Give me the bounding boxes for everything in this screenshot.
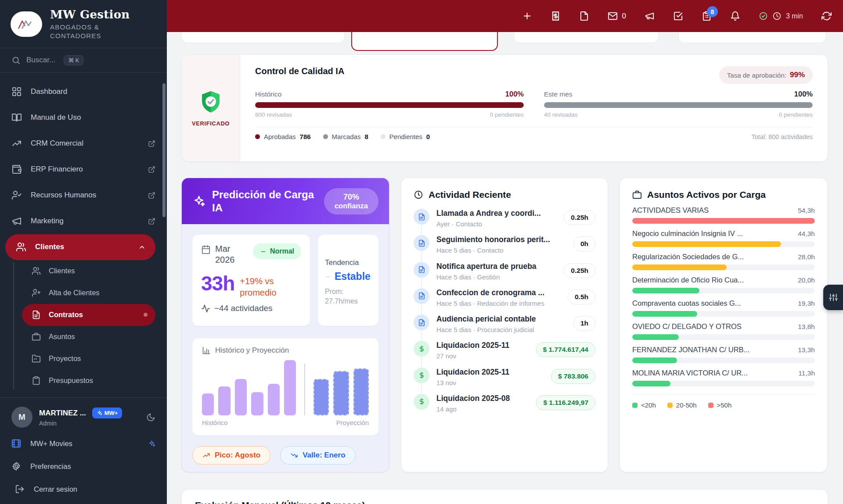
partial-card[interactable] (678, 32, 826, 43)
sidebar-subitem-clientes[interactable]: Clientes (0, 260, 167, 282)
sidebar-subitem-asuntos[interactable]: Asuntos (0, 326, 167, 348)
sidebar-item-erp-financiero[interactable]: ERP Financiero (0, 157, 167, 182)
file-icon (579, 11, 589, 21)
sidebar-item-mw-movies[interactable]: MW+ Movies (0, 432, 167, 455)
file-button[interactable] (579, 11, 589, 21)
matter-row[interactable]: Regularización Sociedades de G...28,0h (632, 253, 815, 270)
document-icon (414, 262, 429, 278)
trending-up-icon (11, 138, 22, 149)
folder-icon (32, 354, 41, 363)
activity-item-meta: Hace 5 dias · Contacto (436, 246, 546, 255)
matter-row[interactable]: Compraventa cuotas sociales G...19,3h (632, 299, 815, 317)
matter-row[interactable]: Determinación de Oficio Rio Cua...20,0h (632, 276, 815, 293)
side-panel-toggle[interactable] (823, 285, 843, 310)
mail-button[interactable]: 0 (608, 11, 626, 21)
activity-item[interactable]: Liquidacion 2025-1113 nov$ 783.806 (414, 368, 595, 387)
legend-dot (632, 403, 638, 408)
sparkles-icon (148, 440, 155, 447)
activity-item[interactable]: Notifica apertura de pruebaHace 5 dias ·… (414, 262, 595, 282)
megaphone-icon (11, 216, 22, 226)
duration-badge: 0h (573, 236, 595, 251)
bell-icon (730, 11, 740, 21)
megaphone-button[interactable] (645, 11, 655, 21)
sidebar-subitem-alta-de-clientes[interactable]: Alta de Clientes (0, 282, 167, 304)
valley-badge: Valle: Enero (280, 446, 355, 465)
sidebar-item-label: ERP Financiero (31, 165, 83, 174)
activity-item[interactable]: Seguimiento honorarios perit...Hace 5 di… (414, 235, 595, 255)
check-square-button[interactable] (673, 11, 683, 21)
matter-row[interactable]: Negocio culminación Insignia IV ...44,3h (632, 229, 815, 247)
activity-item[interactable]: Confeccion de cronograma ...Hace 5 dias … (414, 288, 595, 308)
sidebar-item-marketing[interactable]: Marketing (0, 208, 167, 234)
matter-row[interactable]: ACTIVIDADES VARIAS54,3h (632, 206, 815, 224)
matter-row[interactable]: OVIEDO C/ DELGADO Y OTROS13,8h (632, 322, 815, 340)
topbar: 08 3 min (167, 0, 843, 32)
matter-row[interactable]: FERNANDEZ JONATHAN C/ URB...13,3h (632, 346, 815, 363)
activity-item-meta: Ayer · Contacto (436, 220, 546, 229)
brand-logo (11, 11, 42, 37)
partial-card[interactable] (181, 32, 345, 43)
historical-bar (235, 379, 247, 415)
sidebar-item-cerrar-sesion[interactable]: Cerrar sesion (0, 478, 167, 500)
external-icon (148, 192, 155, 199)
notification-dot (144, 313, 148, 317)
plus-button[interactable] (522, 11, 532, 21)
user-plus-icon (32, 288, 41, 297)
sidebar-item-label: Clientes (35, 243, 64, 251)
legend-item: <20h (632, 401, 656, 409)
quality-legend: Aprobadas 786Marcadas 8Pendientes 0 Tota… (255, 127, 813, 146)
verified-panel: VERIFICADO (182, 55, 240, 161)
quality-columns: Histórico100%800 revisadas0 pendientesEs… (255, 90, 813, 118)
forecast-month: Mar 2026 (215, 243, 235, 265)
dark-mode-toggle[interactable] (146, 413, 155, 422)
users-icon (16, 242, 26, 252)
column-label: Este mes (544, 90, 573, 98)
partial-card-selected[interactable] (351, 32, 498, 51)
sidebar-subitem-proyectos[interactable]: Proyectos (0, 348, 167, 370)
bell-button[interactable] (730, 11, 740, 21)
clipboard-list-button[interactable]: 8 (702, 11, 712, 21)
search-input[interactable]: Buscar... ⌘ K (0, 48, 167, 73)
activity-item[interactable]: Llamada a Andrea y coordi...Ayer · Conta… (414, 209, 595, 229)
activity-item[interactable]: Liquidacion 2025-1127 nov$ 1.774.617,44 (414, 341, 595, 361)
matter-label: ACTIVIDADES VARIAS (632, 206, 792, 214)
mail-icon (608, 11, 618, 21)
sidebar-subitem-label: Contratos (49, 311, 83, 319)
matter-hours: 11,3h (798, 369, 815, 377)
activity-item[interactable]: Liquidacion 2025-0814 ago$ 1.116.249,97 (414, 394, 595, 414)
trend-value: Estable (325, 271, 371, 282)
receipt-button[interactable] (551, 11, 561, 21)
sidebar-subitem-presupuestos[interactable]: Presupuestos (0, 370, 167, 392)
trending-up-icon (202, 451, 210, 459)
matter-label: OVIEDO C/ DELGADO Y OTROS (632, 322, 792, 331)
search-placeholder: Buscar... (26, 56, 55, 64)
user-profile[interactable]: M MARTINEZ ... MW+ Admin (0, 404, 167, 432)
legend-item: 20-50h (667, 401, 697, 409)
matter-row[interactable]: MOLINA MARIA VICTORIA C/ UR...11,3h (632, 369, 815, 386)
sidebar-menu: DashboardManual de UsoCRM ComercialERP F… (0, 73, 167, 398)
logout-icon (15, 484, 25, 494)
clock-icon (414, 190, 423, 200)
sidebar-scrollbar[interactable] (162, 83, 166, 217)
sidebar-item-manual-de-uso[interactable]: Manual de Uso (0, 105, 167, 131)
activity-item[interactable]: Audiencia pericial contableHace 5 dias ·… (414, 315, 595, 334)
sidebar-item-dashboard[interactable]: Dashboard (0, 79, 167, 105)
refresh-button[interactable] (821, 11, 832, 21)
sidebar-item-clientes[interactable]: Clientes (5, 234, 155, 260)
clipboard-icon (32, 376, 41, 385)
sidebar-item-crm-comercial[interactable]: CRM Comercial (0, 131, 167, 157)
sidebar-item-preferencias[interactable]: Preferencias (0, 455, 167, 478)
recent-activity-card: Actividad Reciente Llamada a Andrea y co… (401, 178, 608, 472)
sparkles-icon (192, 195, 205, 208)
sidebar-item-recursos-humanos[interactable]: Recursos Humanos (0, 182, 167, 208)
sidebar-footer-menu: MW+ MoviesPreferenciasCerrar sesion (0, 432, 167, 500)
document-icon (414, 209, 429, 225)
sync-status: 3 min (759, 11, 803, 21)
partial-card[interactable] (514, 32, 659, 43)
sidebar-item-label: Dashboard (31, 87, 67, 96)
divider (632, 394, 815, 395)
legend-dot (255, 134, 260, 139)
sidebar-subitem-contratos[interactable]: Contratos (22, 304, 155, 326)
mwplus-badge[interactable]: MW+ (92, 407, 122, 418)
sliders-icon (829, 293, 838, 302)
